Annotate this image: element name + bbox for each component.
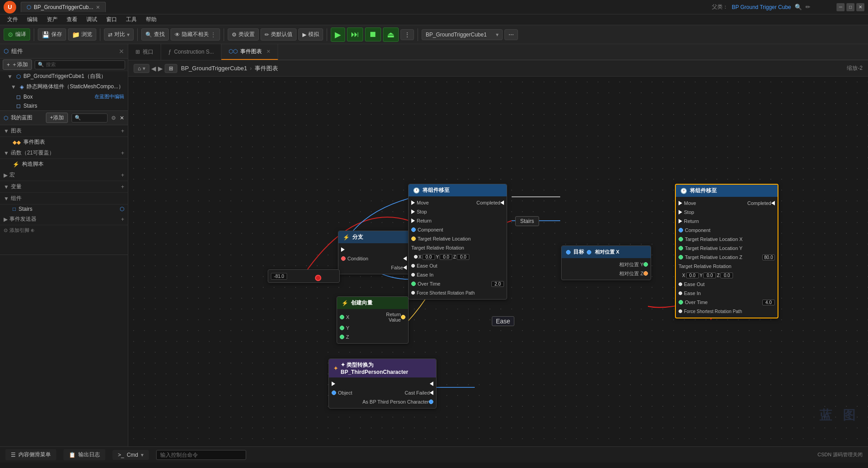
graph-add-icon[interactable]: +	[121, 128, 124, 134]
component-close-icon[interactable]: ✕	[119, 48, 124, 55]
menu-tools[interactable]: 工具	[122, 15, 140, 24]
comp-expand-icon[interactable]: ▼	[4, 195, 9, 202]
find-icon: 🔍	[145, 32, 152, 38]
forward-arrow[interactable]: ▶	[158, 65, 163, 72]
maximize-btn[interactable]: □	[846, 3, 855, 11]
cast-title: ✦ 类型转换为 BP_ThirdPersonCharacter	[341, 361, 432, 375]
value-row: -81.0	[268, 272, 339, 281]
create-vector-node[interactable]: ⚡ 创建向量 X Return Value Y	[337, 296, 409, 344]
play-button[interactable]: ▶	[331, 27, 345, 42]
viewport-tab[interactable]: ⊞ 视口	[128, 44, 161, 60]
parent-link[interactable]: BP Ground Trigger Cube	[732, 4, 791, 10]
box-edit-link[interactable]: 在蓝图中编辑	[94, 93, 124, 100]
save-button[interactable]: 💾 保存	[38, 28, 66, 41]
play-skip-button[interactable]: ⏭	[347, 27, 363, 41]
minimize-btn[interactable]: ─	[837, 3, 845, 11]
target-rot-label1: Target Relative Rotation	[411, 245, 504, 250]
construct-script-item[interactable]: ⚡ 构造脚本	[0, 159, 128, 169]
diff-button[interactable]: ⇄ 对比 ▾	[104, 28, 134, 41]
value-node[interactable]: -81.0	[268, 269, 340, 283]
event-graph-item[interactable]: ◆◆ 事件图表	[0, 137, 128, 147]
divider5	[327, 28, 327, 41]
func-add-icon[interactable]: +	[121, 150, 124, 156]
x-val2: 0.0	[686, 273, 699, 278]
tree-item-staticmesh[interactable]: ▼ ◈ 静态网格体组件（StaticMeshCompo...）	[0, 82, 128, 92]
var-expand-icon[interactable]: ▼	[4, 184, 9, 190]
stop-button[interactable]: ⏹	[365, 27, 381, 41]
menu-view[interactable]: 查看	[63, 15, 81, 24]
add-component-button[interactable]: + ＋添加	[3, 59, 32, 70]
var-add-icon[interactable]: +	[121, 184, 124, 190]
browse-label: 浏览	[81, 31, 92, 38]
close-btn[interactable]: ✕	[856, 3, 864, 11]
layout-button[interactable]: ⊞	[165, 64, 177, 73]
eject-button[interactable]: ⏏	[383, 27, 399, 42]
x-pin-cv	[340, 315, 344, 319]
evt-expand-icon[interactable]: ▶	[4, 216, 8, 223]
browse-button[interactable]: 📁 浏览	[68, 28, 96, 41]
add-blueprint-button[interactable]: +添加	[46, 113, 68, 123]
play-options-button[interactable]: ⋮	[400, 29, 414, 40]
cast-failed-label: Cast Failed	[384, 390, 430, 395]
target-x-pin	[587, 250, 591, 254]
bp-instance-dropdown[interactable]: BP_GroundTriggerCube1 ▾	[422, 29, 503, 40]
branch-node[interactable]: ⚡ 分支 Condition False	[338, 231, 410, 274]
main-tab[interactable]: ⬡ BP_GroundTriggerCub... ✕	[21, 2, 106, 12]
menu-file[interactable]: 文件	[4, 15, 22, 24]
target-node[interactable]: 目标 相对位置 X 相对位置 Y 相对位置 Z	[561, 245, 651, 280]
cast-object-row: Object Cast Failed	[329, 388, 436, 397]
move-to-node1[interactable]: 🕐 将组件移至 Move Completed Stop	[408, 184, 507, 300]
move-to-node2[interactable]: 🕐 将组件移至 Move Completed Stop	[675, 184, 778, 318]
over-time-label1: Over Time	[418, 281, 491, 286]
bp-settings-icon[interactable]: ⚙	[111, 115, 116, 121]
macro-expand-icon[interactable]: ▶	[4, 172, 8, 178]
edit-icon[interactable]: ✏	[805, 4, 810, 10]
class-settings-button[interactable]: ⚙ 类设置	[228, 28, 259, 41]
move-label2: Move	[684, 200, 728, 206]
class-default-icon: ✏	[265, 32, 269, 38]
macro-add-icon[interactable]: +	[121, 172, 124, 178]
menu-edit[interactable]: 编辑	[23, 15, 41, 24]
home-button[interactable]: ⌂ ▾	[134, 64, 149, 73]
back-arrow[interactable]: ◀	[151, 65, 156, 72]
search-icon[interactable]: 🔍	[795, 4, 802, 10]
tree-item-stairs[interactable]: ◻ Stairs	[0, 101, 128, 110]
menu-debug[interactable]: 调试	[83, 15, 101, 24]
target-loc-x-row: Target Relative Location X	[676, 235, 778, 244]
menu-help[interactable]: 帮助	[142, 15, 160, 24]
menu-asset[interactable]: 资产	[43, 15, 61, 24]
class-default-button[interactable]: ✏ 类默认值	[261, 28, 297, 41]
menu-window[interactable]: 窗口	[103, 15, 121, 24]
hide-label: 隐藏不相关	[182, 31, 209, 38]
event-graph-tab[interactable]: ⬡⬡ 事件图表 ✕	[221, 44, 278, 60]
simulate-button[interactable]: ▶ 模拟	[298, 28, 323, 41]
content-area: ⊞ 视口 ƒ Construction S... ⬡⬡ 事件图表 ✕ ⌂ ▾ ◀	[128, 44, 868, 446]
move-exec-in1	[411, 200, 415, 205]
cmd-tab[interactable]: >_ Cmd ▾	[112, 450, 149, 460]
play-options-icon: ⋮	[405, 32, 410, 38]
blueprint-close-icon[interactable]: ✕	[120, 115, 124, 121]
compile-button[interactable]: ⚙ 编译	[4, 28, 30, 41]
graph-canvas[interactable]: ⚡ 分支 Condition False	[128, 77, 868, 446]
tree-item-box[interactable]: ◻ Box 在蓝图中编辑	[0, 92, 128, 101]
ease-in-label1: Ease In	[417, 272, 504, 277]
hide-button[interactable]: 👁 隐藏不相关 ⋮	[171, 28, 220, 41]
tab-close-icon[interactable]: ✕	[96, 5, 100, 10]
cast-failed-exec	[430, 391, 433, 395]
more-options-button[interactable]: ⋯	[504, 29, 518, 40]
macro-section-header: ▶ 宏 +	[0, 169, 128, 181]
graph-expand-icon[interactable]: ▼	[4, 128, 9, 134]
rel-z-pin	[643, 271, 648, 276]
func-expand-icon[interactable]: ▼	[4, 150, 9, 156]
console-input[interactable]	[156, 450, 246, 460]
event-tab-close[interactable]: ✕	[266, 49, 270, 55]
evt-add-icon[interactable]: +	[121, 216, 124, 223]
content-drawer-tab[interactable]: ☰ 内容侧滑菜单	[5, 449, 56, 460]
construction-tab[interactable]: ƒ Construction S...	[161, 44, 221, 60]
stairs-var-item[interactable]: □ Stairs ⬡	[0, 204, 128, 214]
tree-item-root[interactable]: ▼ ⬡ BP_GroundTriggerCube1（自我）	[0, 71, 128, 82]
y-row-cv: Y	[337, 323, 408, 332]
cast-node[interactable]: ✦ ✦ 类型转换为 BP_ThirdPersonCharacter Object…	[328, 359, 436, 409]
output-log-tab[interactable]: 📋 输出日志	[63, 449, 105, 460]
find-button[interactable]: 🔍 查找	[141, 28, 169, 41]
